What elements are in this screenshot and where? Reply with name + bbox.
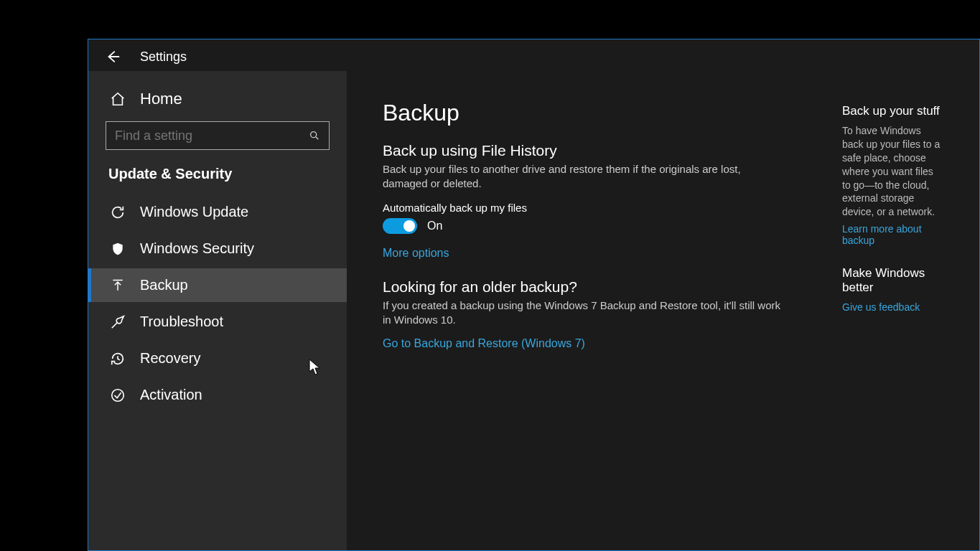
back-button[interactable]: [103, 47, 123, 67]
toggle-knob: [403, 220, 415, 232]
app-title: Settings: [140, 50, 187, 65]
sidebar-home[interactable]: Home: [88, 84, 347, 118]
help-heading-backup: Back up your stuff: [842, 104, 943, 118]
section-older-backup-title: Looking for an older backup?: [383, 278, 785, 296]
settings-window: Settings Home Update & Security: [88, 39, 980, 551]
sidebar-item-label: Backup: [140, 277, 188, 293]
svg-point-1: [112, 389, 124, 401]
sync-icon: [110, 204, 126, 220]
sidebar-home-label: Home: [140, 90, 182, 108]
auto-backup-label: Automatically back up my files: [383, 202, 785, 214]
search-input[interactable]: [106, 121, 330, 150]
auto-backup-toggle-row: On: [383, 218, 785, 234]
main-panel: Backup Back up using File History Back u…: [347, 71, 979, 550]
check-circle-icon: [110, 387, 126, 403]
auto-backup-toggle[interactable]: [383, 218, 417, 234]
titlebar: Settings: [88, 39, 979, 71]
help-text-backup: To have Windows back up your files to a …: [842, 124, 943, 219]
sidebar-item-windows-security[interactable]: Windows Security: [88, 232, 347, 265]
sidebar-item-label: Recovery: [140, 350, 200, 367]
help-column: Back up your stuff To have Windows back …: [842, 100, 943, 550]
sidebar-item-windows-update[interactable]: Windows Update: [88, 195, 347, 229]
sidebar-item-label: Troubleshoot: [140, 314, 223, 330]
sidebar-item-label: Windows Security: [140, 240, 254, 257]
search-field[interactable]: [115, 128, 309, 143]
shield-icon: [110, 241, 126, 257]
svg-point-0: [311, 132, 317, 138]
backup-arrow-icon: [110, 278, 126, 293]
more-options-link[interactable]: More options: [383, 247, 449, 260]
sidebar-item-backup[interactable]: Backup: [88, 268, 347, 302]
learn-more-backup-link[interactable]: Learn more about backup: [842, 223, 943, 246]
main-column: Backup Back up using File History Back u…: [383, 100, 785, 550]
toggle-state-label: On: [427, 220, 442, 232]
history-icon: [110, 351, 126, 367]
sidebar-item-label: Windows Update: [140, 204, 248, 220]
home-icon: [110, 91, 126, 107]
content-area: Home Update & Security Windows Update: [88, 71, 979, 550]
page-title: Backup: [383, 100, 785, 126]
sidebar-item-label: Activation: [140, 387, 202, 403]
section-file-history-title: Back up using File History: [383, 142, 785, 159]
sidebar-item-troubleshoot[interactable]: Troubleshoot: [88, 305, 347, 339]
help-heading-feedback: Make Windows better: [842, 266, 943, 295]
sidebar-item-recovery[interactable]: Recovery: [88, 342, 347, 375]
wrench-icon: [110, 314, 126, 330]
feedback-link[interactable]: Give us feedback: [842, 301, 920, 313]
sidebar-category: Update & Security: [88, 163, 347, 192]
goto-win7-backup-link[interactable]: Go to Backup and Restore (Windows 7): [383, 337, 585, 350]
section-file-history-desc: Back up your files to another drive and …: [383, 162, 785, 192]
search-icon: [309, 130, 320, 141]
section-older-backup-desc: If you created a backup using the Window…: [383, 298, 785, 328]
sidebar: Home Update & Security Windows Update: [88, 71, 347, 550]
sidebar-item-activation[interactable]: Activation: [88, 378, 347, 412]
